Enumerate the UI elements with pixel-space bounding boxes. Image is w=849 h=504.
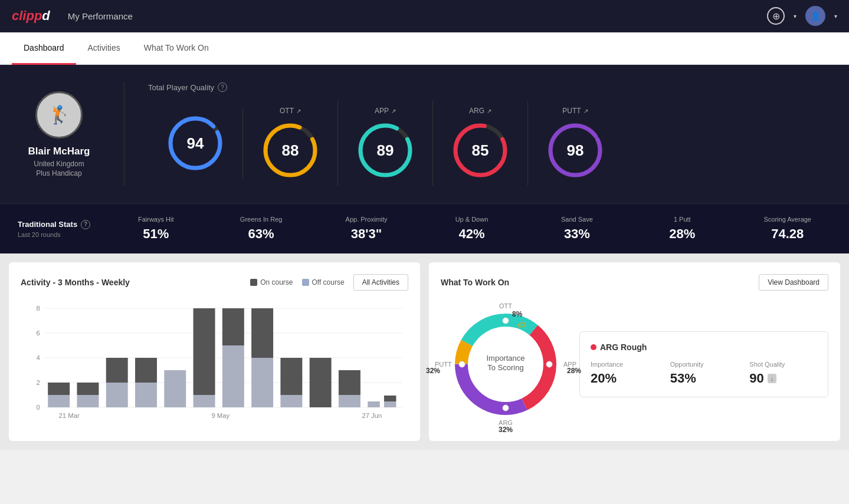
svg-text:9 May: 9 May (211, 412, 230, 419)
tab-dashboard[interactable]: Dashboard (12, 32, 76, 65)
trad-stats-section: Traditional Stats ? Last 20 rounds Fairw… (0, 203, 849, 253)
donut-chart: Importance To Scoring 🏷 (441, 299, 571, 429)
activity-panel: Activity - 3 Months - Weekly On course O… (9, 262, 420, 441)
stat-sandsave: Sand Save 33% (533, 216, 621, 242)
nav-tabs: Dashboard Activities What To Work On (0, 32, 849, 65)
svg-text:🏷: 🏷 (517, 320, 526, 330)
svg-rect-43 (339, 395, 360, 407)
tab-activities[interactable]: Activities (76, 32, 132, 65)
player-country: United Kingdom (34, 160, 84, 168)
quality-title: Total Player Quality ? (148, 83, 831, 92)
svg-rect-38 (251, 358, 273, 407)
svg-text:2: 2 (37, 379, 40, 386)
info-metrics: Importance 20% Opportunity 53% Shot Qual… (591, 361, 817, 386)
svg-rect-29 (106, 383, 128, 407)
arg-arrow: ↗ (487, 108, 491, 114)
wtwo-content: Importance To Scoring 🏷 OTT 8% APP 28% A… (441, 299, 828, 429)
header-actions: ⊕ ▾ 👤 ▾ (767, 6, 837, 26)
svg-rect-34 (194, 395, 215, 407)
player-name: Blair McHarg (28, 146, 90, 157)
wtwo-title: What To Work On (441, 278, 759, 287)
chart-header: Activity - 3 Months - Weekly On course O… (21, 274, 408, 291)
bar-chart: 8 6 4 2 0 (21, 302, 408, 420)
page-title: My Performance (68, 11, 767, 21)
value-arg: 32% (499, 426, 513, 434)
all-activities-button[interactable]: All Activities (353, 274, 408, 291)
wtwo-header: What To Work On View Dashboard (441, 274, 828, 291)
svg-rect-46 (384, 401, 396, 407)
add-chevron: ▾ (794, 13, 796, 19)
stat-1putt: 1 Putt 28% (638, 216, 726, 242)
player-handicap: Plus Handicap (36, 169, 81, 177)
quality-total: 94 (148, 108, 243, 179)
legend-on-course: On course (250, 278, 293, 286)
metric-importance: Importance 20% (591, 361, 658, 386)
ott-ring: 88 (261, 121, 320, 180)
quality-ott: OTT ↗ 88 (243, 101, 338, 186)
arg-info-card: ARG Rough Importance 20% Opportunity 53%… (579, 331, 828, 397)
svg-text:21 Mar: 21 Mar (59, 412, 80, 419)
quality-arg: ARG ↗ 85 (433, 101, 528, 186)
svg-rect-39 (251, 308, 273, 358)
quality-app: APP ↗ 89 (338, 101, 433, 186)
svg-point-58 (503, 318, 509, 324)
stat-proximity: App. Proximity 38'3" (323, 216, 410, 242)
svg-text:To Scoring: To Scoring (487, 363, 523, 372)
avatar[interactable]: 👤 (805, 6, 825, 26)
ott-value: 88 (282, 141, 299, 160)
svg-rect-41 (280, 358, 302, 395)
svg-rect-31 (135, 383, 157, 407)
svg-point-61 (459, 361, 465, 367)
ott-label: OTT ↗ (280, 107, 301, 115)
svg-rect-26 (48, 383, 70, 395)
quality-circles: 94 OTT ↗ 88 (148, 101, 831, 186)
donut-chart-area: Importance To Scoring 🏷 OTT 8% APP 28% A… (441, 299, 571, 429)
svg-text:0: 0 (37, 404, 40, 411)
svg-rect-37 (222, 308, 244, 345)
svg-rect-30 (106, 358, 128, 383)
player-info: 🏌 Blair McHarg United Kingdom Plus Handi… (18, 91, 100, 177)
add-button[interactable]: ⊕ (767, 7, 785, 25)
stat-updown: Up & Down 42% (428, 216, 515, 242)
svg-text:Importance: Importance (486, 354, 525, 363)
view-dashboard-button[interactable]: View Dashboard (759, 274, 828, 291)
trad-stats-subtitle: Last 20 rounds (18, 231, 94, 238)
metric-opportunity: Opportunity 53% (670, 361, 738, 386)
svg-text:6: 6 (37, 330, 40, 337)
arg-value: 85 (472, 141, 489, 160)
hero-section: 🏌 Blair McHarg United Kingdom Plus Handi… (0, 65, 849, 203)
svg-rect-33 (164, 370, 186, 407)
svg-text:4: 4 (37, 354, 40, 361)
svg-rect-32 (135, 358, 157, 383)
trad-stats-title: Traditional Stats ? (18, 220, 94, 229)
stat-scoring: Scoring Average 74.28 (744, 216, 831, 242)
app-logo: clippd (12, 8, 50, 24)
stat-fairways: Fairways Hit 51% (112, 216, 199, 242)
trad-stats-label: Traditional Stats ? Last 20 rounds (18, 220, 94, 238)
quality-help-icon[interactable]: ? (218, 83, 227, 92)
app-arrow: ↗ (391, 108, 396, 114)
chart-title: Activity - 3 Months - Weekly (21, 278, 241, 287)
svg-rect-44 (339, 370, 360, 395)
putt-ring: 98 (546, 121, 605, 180)
arg-label: ARG ↗ (469, 107, 491, 115)
stat-greens: Greens In Reg 63% (217, 216, 304, 242)
chart-legend: On course Off course (250, 278, 345, 286)
score-badge: ↓ (768, 374, 777, 383)
svg-rect-28 (77, 383, 99, 395)
value-putt: 32% (426, 367, 440, 375)
trad-stats-help-icon[interactable]: ? (81, 220, 90, 229)
avatar-chevron: ▾ (834, 13, 837, 19)
value-app: 28% (567, 367, 581, 375)
tab-what-to-work-on[interactable]: What To Work On (132, 32, 221, 65)
svg-rect-42 (310, 358, 332, 407)
app-value: 89 (377, 141, 394, 160)
svg-point-59 (546, 361, 552, 367)
label-ott: OTT (499, 302, 512, 309)
app-ring: 89 (356, 121, 415, 180)
ott-arrow: ↗ (296, 108, 301, 114)
quality-putt: PUTT ↗ 98 (528, 101, 622, 186)
player-avatar: 🏌 (35, 91, 83, 139)
chart-area: 8 6 4 2 0 (21, 302, 408, 420)
putt-label: PUTT ↗ (562, 107, 588, 115)
